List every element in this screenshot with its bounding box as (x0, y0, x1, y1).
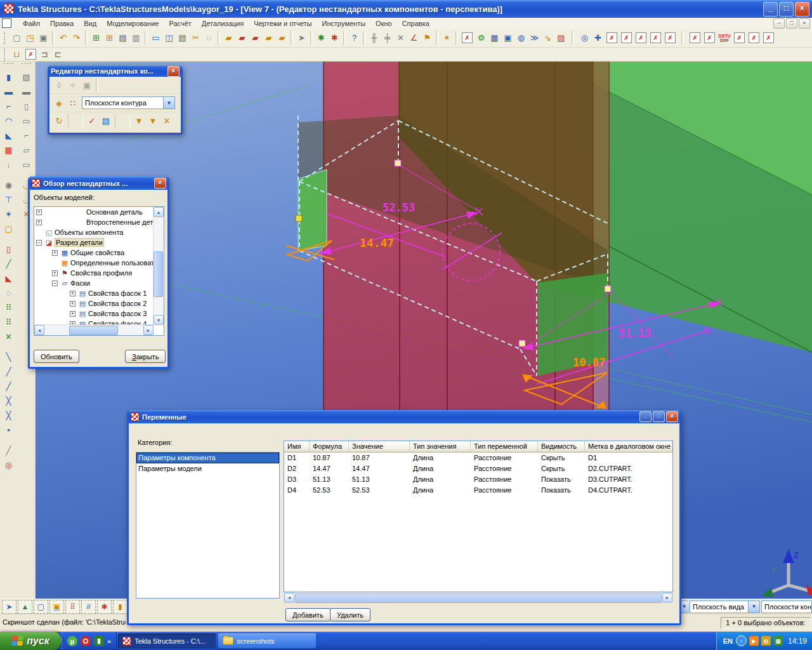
mdi-minimize-button[interactable]: – (773, 18, 785, 29)
level-mark-icon[interactable]: ⚑ (421, 31, 434, 45)
copy-to-drawing-icon[interactable]: ⊞ (103, 31, 116, 45)
add-variable-button[interactable]: Добавить (285, 608, 331, 621)
cut-icon[interactable]: ✂ (189, 31, 202, 45)
phase-tool-2-icon[interactable]: ▰ (235, 31, 249, 45)
missing-tool-icon[interactable]: ✗ (704, 32, 715, 43)
dimension-label-d1[interactable]: 10.87 (573, 356, 605, 369)
separator[interactable] (455, 31, 458, 45)
tree-item-user-defined[interactable]: ▦ Определенные пользовате (34, 258, 154, 268)
select-weld-icon[interactable]: ✱ (97, 600, 112, 614)
missing-tool-icon[interactable]: ✗ (665, 32, 676, 43)
snap-parallel-icon[interactable]: ╱ (1, 379, 16, 393)
column-header-value-type[interactable]: Тип значения (410, 441, 471, 453)
more-tools-icon[interactable]: ≫ (528, 31, 541, 45)
delete-component-icon[interactable]: ✕ (160, 114, 174, 128)
copy-properties-icon[interactable]: ▤ (116, 31, 129, 45)
sketch-icon[interactable]: ▯ (1, 242, 16, 256)
custom-component-beam-icon[interactable]: ⊔ (10, 48, 23, 62)
dimension-label-d4[interactable]: 52.53 (383, 201, 415, 214)
column-header-name[interactable]: Имя (284, 441, 310, 453)
transport-icon[interactable]: ▣ (501, 31, 514, 45)
import-icon[interactable]: ⇘ (541, 31, 554, 45)
snap-center-icon[interactable]: ◎ (1, 458, 16, 472)
snap-cross-icon[interactable]: ╳ (1, 408, 16, 422)
menu-item[interactable]: Окно (370, 19, 397, 28)
model-objects-tree[interactable]: + Основная деталь + Второстепенные детал… (34, 206, 164, 336)
tree-item-label[interactable]: Основная деталь (86, 208, 143, 216)
category-model-params[interactable]: Параметры модели (136, 463, 279, 474)
brick-icon[interactable]: ▬ (19, 84, 34, 98)
curved-beam-icon[interactable]: ◠ (1, 114, 16, 128)
tree-item-chamfer-2[interactable]: + ▤ Свойства фасок 2 (34, 298, 154, 308)
tree-item-label[interactable]: Фаски (70, 279, 90, 287)
menu-item[interactable]: Вид (79, 19, 102, 28)
toolbar-grip[interactable] (4, 48, 7, 61)
tree-expander[interactable]: + (70, 301, 75, 307)
missing-tool-icon[interactable]: ✗ (25, 49, 36, 60)
group-gap[interactable] (1, 437, 16, 442)
calendar-icon[interactable]: ▦ (488, 31, 501, 45)
minimize-button[interactable]: _ (763, 2, 778, 17)
tree-item-label[interactable]: Свойства фасок 3 (88, 310, 147, 317)
menu-item[interactable]: Инструменты (317, 19, 371, 28)
separator[interactable] (436, 31, 438, 45)
refresh-button[interactable]: Обновить (34, 350, 79, 363)
missing-tool-icon[interactable]: ✗ (734, 32, 745, 43)
component-catalog-icon[interactable]: ✶ (1, 207, 16, 221)
tree-expander[interactable]: + (70, 311, 75, 317)
edit-grid-icon[interactable]: ╪ (381, 31, 394, 45)
separator[interactable] (218, 31, 220, 45)
contour-plate-icon[interactable]: ◣ (1, 128, 16, 142)
tree-vertical-scrollbar[interactable]: ▲ ▼ (153, 207, 164, 325)
group-gap[interactable] (1, 344, 16, 349)
component-planes-dropdown[interactable]: Плоскости кон (761, 600, 812, 613)
missing-tool-icon[interactable]: ✗ (749, 32, 759, 43)
tree-expander[interactable]: + (52, 270, 58, 276)
continue-icon[interactable]: ➤ (295, 31, 308, 45)
scrollbar-thumb[interactable] (154, 251, 163, 297)
points-mode-icon[interactable]: ∷ (66, 96, 80, 110)
language-indicator[interactable]: EN (723, 637, 733, 645)
separator[interactable] (145, 31, 147, 45)
tree-item-part-cut[interactable]: − ◪ Разрез детали (34, 237, 154, 248)
separator[interactable] (343, 31, 346, 45)
fixed-plane-icon[interactable]: ▣ (80, 79, 94, 92)
snap-midpoint-icon[interactable]: ╱ (1, 364, 16, 378)
tree-item-component-objects[interactable]: ◱ Объекты компонента (34, 227, 154, 237)
pan-icon[interactable]: ✚ (591, 31, 605, 45)
point-array-2-icon[interactable]: ⠿ (1, 315, 16, 329)
concrete-polybeam-icon[interactable]: ⌐ (19, 128, 34, 142)
find-icon[interactable]: ◉ (1, 178, 16, 192)
missing-tool-icon[interactable]: ✗ (621, 32, 632, 43)
table-horizontal-scrollbar[interactable]: ◄ ► (284, 592, 673, 603)
modify-component-icon[interactable]: ▤ (99, 114, 113, 128)
create-component-icon[interactable]: ✱ (315, 31, 328, 45)
mdi-restore-button[interactable]: □ (786, 18, 797, 29)
web-icon[interactable]: ◍ (514, 31, 528, 45)
menu-item[interactable]: Справка (397, 19, 435, 28)
menu-item[interactable]: Чертежи и отчеты (249, 19, 317, 28)
group-gap[interactable] (1, 172, 16, 177)
tree-item-label[interactable]: Определенные пользовате (70, 259, 154, 267)
column-header-formula[interactable]: Формула (310, 441, 349, 453)
category-list[interactable]: Параметры компонентаПараметры модели (136, 452, 280, 599)
tree-horizontal-scrollbar[interactable]: ◄ ► (34, 324, 154, 335)
dstu-dxf-icon[interactable]: DSTU DXF (717, 31, 732, 45)
material-catalog-icon[interactable]: ▢ (1, 222, 16, 235)
player-icon[interactable]: ▶ (749, 636, 759, 646)
end-plate-3d[interactable] (298, 169, 327, 251)
point-array-icon[interactable]: ⠿ (1, 300, 16, 314)
tree-item-profile-props[interactable]: + ⚑ Свойства профиля (34, 268, 154, 278)
concrete-panel-icon[interactable]: ▭ (19, 157, 34, 171)
start-button[interactable]: пуск (0, 632, 62, 650)
steel-polybeam-icon[interactable]: ⌐ (1, 99, 16, 113)
snap-line-end-icon[interactable]: ╲ (1, 350, 16, 364)
phase-tool-3-icon[interactable]: ▰ (249, 31, 262, 45)
tree-item-label[interactable]: Объекты компонента (55, 229, 123, 236)
separator[interactable] (572, 31, 574, 45)
missing-tool-icon[interactable]: ✗ (763, 32, 774, 43)
report-icon[interactable]: ▤ (176, 31, 189, 45)
zoom-icon[interactable]: ◎ (578, 31, 591, 45)
view-plane-dropdown[interactable]: Плоскость вида ▼ (690, 600, 760, 613)
missing-tool-icon[interactable]: ✗ (462, 32, 473, 43)
